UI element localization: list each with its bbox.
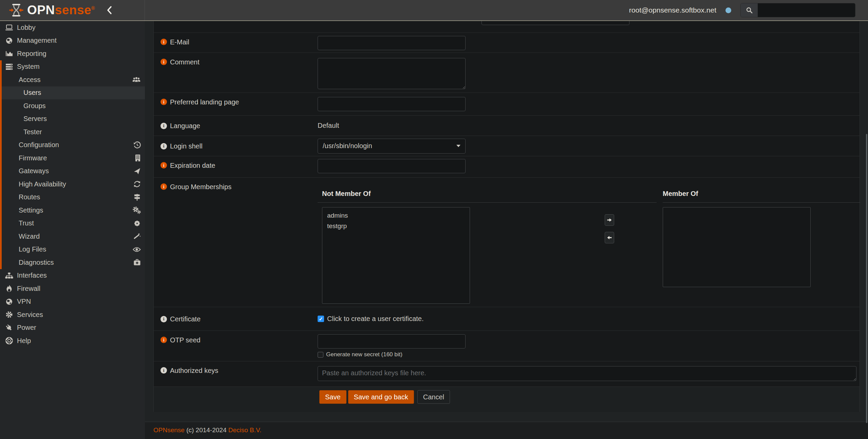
servers-icon <box>4 63 14 70</box>
group-option[interactable]: testgrp <box>322 221 470 231</box>
partial-top-input[interactable] <box>482 21 629 25</box>
sidebar-item-high-availability[interactable]: High Availability <box>2 178 145 191</box>
info-icon[interactable]: i <box>161 59 167 65</box>
user-status-dot[interactable] <box>725 7 731 13</box>
building-icon <box>135 154 141 162</box>
sidebar-collapse-chevron-icon[interactable] <box>107 6 112 15</box>
login-shell-selected-value: /usr/sbin/nologin <box>323 142 372 150</box>
form-row-group-memberships: i Group Memberships Not Member Of admins… <box>154 177 860 307</box>
sidebar-item-system[interactable]: System <box>2 60 145 74</box>
authorized-keys-textarea[interactable] <box>318 366 856 381</box>
sidebar-item-log-files[interactable]: Log Files <box>2 243 145 256</box>
field-label: Group Memberships <box>170 183 231 191</box>
save-and-go-back-button[interactable]: Save and go back <box>348 390 414 404</box>
brand-text: OPNsense® <box>27 3 95 17</box>
form-row-authorized-keys: i Authorized keys <box>154 361 860 386</box>
sidebar-item-trust[interactable]: Trust <box>2 217 145 230</box>
login-shell-select[interactable]: /usr/sbin/nologin <box>318 139 466 154</box>
certificate-checkbox-label: Click to create a user certificate. <box>327 315 424 323</box>
comment-textarea[interactable] <box>318 58 466 89</box>
info-icon[interactable]: i <box>161 143 167 149</box>
info-icon[interactable]: i <box>161 316 167 322</box>
sidebar-item-access[interactable]: Access <box>2 73 145 86</box>
member-of-listbox[interactable] <box>663 207 811 287</box>
form-row-login-shell: i Login shell /usr/sbin/nologin <box>154 136 860 156</box>
search-icon[interactable] <box>741 3 758 17</box>
send-icon <box>133 167 141 175</box>
field-label: Comment <box>170 58 200 66</box>
generate-secret-checkbox[interactable] <box>318 352 323 358</box>
global-search <box>740 3 855 17</box>
plug-icon <box>4 324 14 332</box>
member-of-column: Member Of <box>663 190 860 287</box>
info-icon[interactable]: i <box>161 39 167 45</box>
field-label: Expiration date <box>170 162 215 169</box>
user-edit-form-panel: i E-Mail i Comment i Preferred landing p… <box>153 21 860 412</box>
landing-page-input[interactable] <box>318 97 466 111</box>
copyright-text: (c) 2014-2024 <box>186 426 228 434</box>
cancel-button[interactable]: Cancel <box>417 390 450 404</box>
not-member-of-listbox[interactable]: admins testgrp <box>322 207 470 304</box>
sidebar-item-interfaces[interactable]: Interfaces <box>0 269 145 282</box>
sidebar-item-diagnostics[interactable]: Diagnostics <box>2 256 145 269</box>
logged-in-user[interactable]: root@opnsense.softbox.net <box>629 6 716 14</box>
form-row-language: i Language Default <box>154 115 860 136</box>
page-footer: OPNsense (c) 2014-2024 Deciso B.V. <box>145 422 868 439</box>
form-row-email: i E-Mail <box>154 33 860 53</box>
sidebar-item-power[interactable]: Power <box>0 321 145 335</box>
info-icon[interactable]: i <box>161 99 167 105</box>
field-label: Certificate <box>170 315 201 323</box>
brand-logo[interactable]: OPNsense® <box>0 0 145 20</box>
magic-wand-icon <box>133 233 141 240</box>
expiration-date-input[interactable] <box>318 159 466 173</box>
sidebar-item-reporting[interactable]: Reporting <box>0 47 145 60</box>
info-icon[interactable]: i <box>161 367 167 374</box>
add-to-group-button[interactable] <box>605 214 614 226</box>
sidebar-item-wizard[interactable]: Wizard <box>2 230 145 243</box>
sidebar-item-tester[interactable]: Tester <box>2 125 145 139</box>
generate-secret-label: Generate new secret (160 bit) <box>326 351 402 358</box>
eye-icon <box>133 247 141 252</box>
language-value: Default <box>318 122 339 129</box>
info-icon[interactable]: i <box>161 162 167 168</box>
sitemap-icon <box>4 272 14 279</box>
sidebar-item-firewall[interactable]: Firewall <box>0 282 145 295</box>
form-row-expiration: i Expiration date <box>154 156 860 177</box>
sidebar-item-management[interactable]: Management <box>0 34 145 47</box>
globe-icon <box>4 37 14 44</box>
email-input[interactable] <box>318 36 466 50</box>
sidebar-item-vpn[interactable]: VPN <box>0 295 145 308</box>
sidebar-item-gateways[interactable]: Gateways <box>2 165 145 178</box>
area-chart-icon <box>4 51 14 57</box>
sidebar-item-lobby[interactable]: Lobby <box>0 21 145 34</box>
field-label: E-Mail <box>170 38 189 46</box>
sidebar-item-users[interactable]: Users <box>2 86 145 100</box>
info-icon[interactable]: i <box>161 337 167 343</box>
sidebar-section-system: System Access Users Groups Servers Teste… <box>0 60 145 269</box>
info-icon[interactable]: i <box>161 183 167 190</box>
search-input[interactable] <box>758 3 855 17</box>
sidebar-item-routes[interactable]: Routes <box>2 191 145 204</box>
opnsense-footer-link[interactable]: OPNsense <box>153 426 185 434</box>
remove-from-group-button[interactable] <box>605 232 614 243</box>
medkit-icon <box>133 259 141 266</box>
sidebar-item-help[interactable]: Help <box>0 334 145 347</box>
sidebar-item-configuration[interactable]: Configuration <box>2 139 145 152</box>
certificate-checkbox[interactable]: ✓ <box>318 316 324 322</box>
otp-seed-input[interactable] <box>318 334 466 348</box>
globe-icon <box>4 298 14 305</box>
vertical-scrollbar[interactable] <box>866 134 867 423</box>
sidebar-item-services[interactable]: Services <box>0 308 145 321</box>
sidebar-item-firmware[interactable]: Firmware <box>2 152 145 165</box>
info-icon[interactable]: i <box>161 123 167 129</box>
certificate-badge-icon <box>133 220 141 227</box>
sidebar-item-groups[interactable]: Groups <box>2 99 145 113</box>
save-button[interactable]: Save <box>319 390 346 404</box>
group-option[interactable]: admins <box>322 207 470 221</box>
deciso-footer-link[interactable]: Deciso B.V. <box>228 426 262 434</box>
cogs-icon <box>132 206 141 214</box>
sidebar-item-servers[interactable]: Servers <box>2 113 145 126</box>
sidebar-item-settings[interactable]: Settings <box>2 204 145 217</box>
form-row-partial <box>154 21 860 33</box>
field-label: Login shell <box>170 142 203 150</box>
